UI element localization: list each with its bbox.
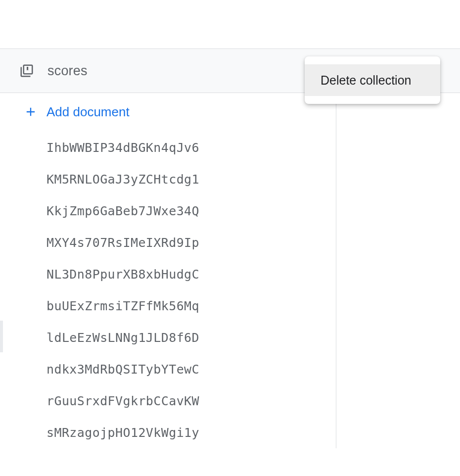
documents-panel: Add document IhbWWBIP34dBGKn4qJv6 KM5RNL… [0, 93, 336, 448]
add-document-label: Add document [46, 104, 130, 120]
collection-icon [19, 63, 35, 79]
document-list-item[interactable]: rGuuSrxdFVgkrbCCavKW [0, 385, 336, 417]
detail-panel [336, 93, 460, 448]
document-list-item[interactable]: KkjZmp6GaBeb7JWxe34Q [0, 195, 336, 227]
context-menu: Delete collection [305, 56, 440, 104]
document-list-item[interactable]: NL3Dn8PpurXB8xbHudgC [0, 258, 336, 290]
plus-icon [24, 105, 38, 119]
main-container: Add document IhbWWBIP34dBGKn4qJv6 KM5RNL… [0, 93, 460, 448]
delete-collection-menu-item[interactable]: Delete collection [305, 64, 440, 96]
document-list-item[interactable]: sMRzagojpHO12VkWgi1y [0, 417, 336, 448]
document-list-item[interactable]: MXY4s707RsIMeIXRd9Ip [0, 227, 336, 258]
document-list-item[interactable]: KM5RNLOGaJ3yZCHtcdg1 [0, 163, 336, 195]
add-document-button[interactable]: Add document [0, 93, 336, 131]
document-list-item[interactable]: buUExZrmsiTZFfMk56Mq [0, 290, 336, 322]
document-list-item[interactable]: ldLeEzWsLNNg1JLD8f6D [0, 322, 336, 353]
document-list: IhbWWBIP34dBGKn4qJv6 KM5RNLOGaJ3yZCHtcdg… [0, 131, 336, 448]
document-list-item[interactable]: ndkx3MdRbQSITybYTewC [0, 353, 336, 385]
document-list-item[interactable]: IhbWWBIP34dBGKn4qJv6 [0, 132, 336, 163]
top-spacer [0, 0, 460, 48]
